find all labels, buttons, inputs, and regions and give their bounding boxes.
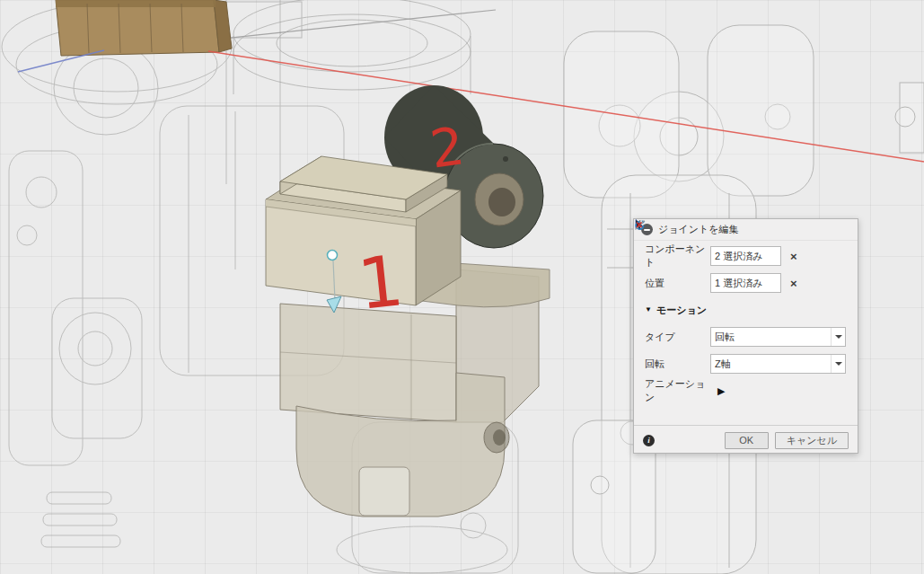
- annotation-1-text: 1: [354, 240, 407, 325]
- position-clear-button[interactable]: ×: [790, 278, 797, 289]
- type-dropdown[interactable]: 回転: [710, 327, 846, 347]
- caret-down-icon[interactable]: [831, 328, 845, 346]
- rotation-label: 回転: [645, 358, 710, 371]
- z-axis-icon: [634, 219, 646, 231]
- component-selection-count: 2 選択済み: [715, 250, 762, 263]
- type-label: タイプ: [645, 331, 710, 344]
- dialog-title: ジョイントを編集: [658, 223, 739, 236]
- play-button[interactable]: ▶: [717, 386, 725, 396]
- info-icon[interactable]: i: [643, 435, 655, 446]
- motion-section-header[interactable]: ▼ モーション: [645, 296, 849, 323]
- annotation-1: 1: [354, 240, 407, 325]
- position-selection-count: 1 選択済み: [715, 277, 762, 290]
- component-selection-field[interactable]: 2 選択済み: [710, 246, 781, 266]
- animation-label: アニメーション: [645, 377, 710, 404]
- position-label: 位置: [645, 277, 710, 290]
- type-value: 回転: [715, 331, 827, 344]
- position-row: 位置 1 選択済み ×: [645, 269, 849, 296]
- component-row: コンポーネント 2 選択済み ×: [645, 243, 849, 269]
- dialog-header[interactable]: − ジョイントを編集: [634, 219, 858, 241]
- caret-down-icon[interactable]: [831, 355, 845, 373]
- rotation-row: 回転 Z軸: [645, 350, 849, 377]
- ok-button[interactable]: OK: [725, 432, 769, 449]
- animation-row: アニメーション ▶: [645, 377, 849, 404]
- tan-component[interactable]: [56, 0, 232, 56]
- section-collapse-icon: ▼: [645, 306, 652, 313]
- motion-section-label: モーション: [656, 304, 707, 317]
- type-row: タイプ 回転: [645, 323, 849, 350]
- 3d-viewport[interactable]: 1 2 − ジョイントを編集 コンポーネント 2 選択済み × 位置: [0, 0, 924, 574]
- rotation-axis-dropdown[interactable]: Z軸: [710, 354, 846, 374]
- dialog-footer: i OK キャンセル: [634, 425, 858, 455]
- rotation-axis-value: Z軸: [715, 358, 827, 371]
- component-label: コンポーネント: [645, 243, 710, 269]
- edit-joint-dialog: − ジョイントを編集 コンポーネント 2 選択済み × 位置 1 選択済み: [633, 218, 858, 454]
- component-clear-button[interactable]: ×: [790, 251, 797, 262]
- cancel-button[interactable]: キャンセル: [775, 432, 849, 449]
- position-selection-field[interactable]: 1 選択済み: [710, 273, 781, 293]
